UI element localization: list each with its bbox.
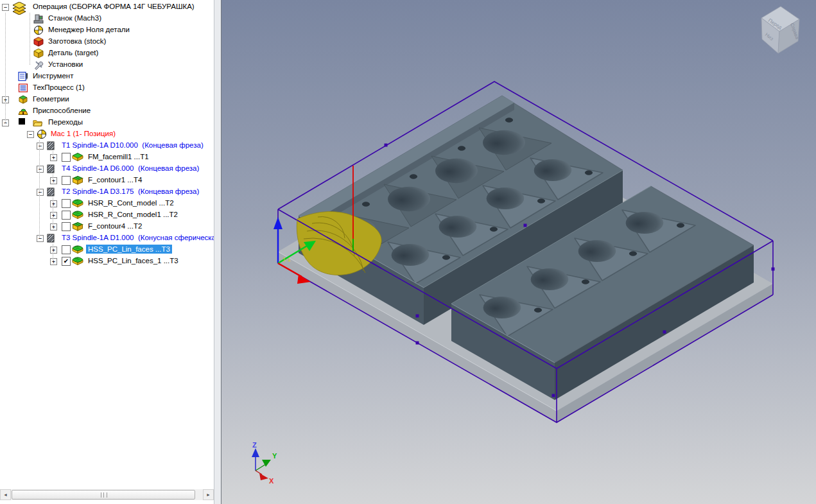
tree-item[interactable]: +HSR_R_Cont_model1 ...T2: [0, 209, 214, 221]
tree-connector: [30, 13, 31, 65]
tree-item[interactable]: +✔HSS_PC_Lin_faces_1 ...T3: [0, 256, 214, 267]
tree-item-label: Mac 1 (1- Позиция): [49, 129, 117, 138]
tree-item[interactable]: −T3 Spindle-1A D1.000 (Конусная сферичес…: [0, 232, 214, 244]
tool-hatch-icon: [46, 164, 55, 174]
folder-icon: [32, 118, 43, 128]
tree-item[interactable]: −Переходы: [0, 117, 214, 128]
tree-item[interactable]: −T1 Spindle-1A D10.000 (Концевая фреза): [0, 140, 214, 152]
cam-application-window: −Операция (СБОРКА ФОРМА 14Г ЧЕБУРАШКА)Ст…: [0, 0, 816, 504]
tree-connector: [53, 175, 54, 180]
checkbox[interactable]: ✔: [62, 257, 71, 266]
tree-item[interactable]: +HSS_PC_Lin_faces ...T3: [0, 244, 214, 256]
tree-item[interactable]: +FM_facemill1 ...T1: [0, 152, 214, 163]
tool-hatch-icon: [46, 141, 55, 151]
tree-item[interactable]: Установки: [0, 59, 214, 71]
checkbox[interactable]: [62, 245, 71, 254]
black-square-icon: [18, 117, 26, 125]
target-cube-icon: [33, 48, 44, 58]
tree-connector: [53, 198, 54, 227]
tree-item[interactable]: Деталь (target): [0, 48, 214, 59]
tree-item-label: T3 Spindle-1A D1.000 (Конусная сферическ…: [60, 233, 214, 242]
viewport-canvas[interactable]: 1-1 Z Y X Перед Низ Справа: [221, 0, 816, 504]
scrollbar-grip: [101, 492, 107, 498]
tree-item-label: ТехПроцесс (1): [31, 83, 87, 92]
tree-item[interactable]: ТехПроцесс (1): [0, 82, 214, 94]
tree-connector: [53, 244, 54, 261]
tree-item-label: Деталь (target): [46, 48, 100, 57]
machine-icon: [33, 13, 44, 24]
checkbox[interactable]: [62, 153, 71, 162]
checkbox[interactable]: [62, 199, 71, 208]
tree-item-label: HSS_PC_Lin_faces_1 ...T3: [86, 256, 180, 265]
tool-hatch-icon: [46, 233, 55, 243]
tree-item[interactable]: Приспособление: [0, 105, 214, 117]
operations-tree: −Операция (СБОРКА ФОРМА 14Г ЧЕБУРАШКА)Ст…: [0, 0, 214, 488]
slab-wave-icon: [72, 256, 83, 266]
checkbox[interactable]: [62, 211, 71, 220]
geometry-box-icon: [18, 94, 28, 105]
fixture-icon: [18, 106, 28, 116]
tree-item-label: HSS_PC_Lin_faces ...T3: [86, 245, 172, 254]
x-axis-label: X: [269, 477, 274, 485]
expand-toggle[interactable]: −: [2, 4, 9, 11]
tree-item[interactable]: −Операция (СБОРКА ФОРМА 14Г ЧЕБУРАШКА): [0, 1, 214, 13]
work-origin-label: 1-1: [282, 256, 291, 263]
tree-item[interactable]: Инструмент: [0, 71, 214, 82]
tree-connector: [53, 152, 54, 157]
tool-hatch-icon: [46, 187, 55, 197]
tree-item-label: F_contour4 ...T2: [86, 222, 144, 230]
tree-item-label: T1 Spindle-1A D10.000 (Концевая фреза): [60, 141, 205, 150]
slab-wave-icon: [72, 245, 83, 254]
tree-item[interactable]: −Mac 1 (1- Позиция): [0, 128, 214, 140]
zero-pie-icon: [33, 25, 44, 35]
tree-item[interactable]: +F_contour1 ...T4: [0, 175, 214, 186]
slab-wave-icon: [72, 210, 83, 220]
tree-item[interactable]: +HSR_R_Cont_model ...T2: [0, 198, 214, 209]
tree-item-label: Приспособление: [31, 106, 92, 115]
operations-tree-panel[interactable]: −Операция (СБОРКА ФОРМА 14Г ЧЕБУРАШКА)Ст…: [0, 0, 214, 504]
tree-item-label: Менеджер Ноля детали: [46, 25, 132, 34]
tree-horizontal-scrollbar[interactable]: ◄ ►: [0, 489, 214, 500]
tree-connector: [5, 13, 6, 123]
tree-item[interactable]: +F_contour4 ...T2: [0, 221, 214, 232]
wrench-icon: [33, 60, 44, 70]
tree-item[interactable]: Менеджер Ноля детали: [0, 24, 214, 36]
checkbox[interactable]: [62, 222, 71, 231]
tree-item-label: Установки: [46, 60, 85, 69]
scroll-right-button[interactable]: ►: [203, 489, 214, 500]
tree-item-label: FM_facemill1 ...T1: [86, 152, 151, 161]
slab-contour-icon: [72, 175, 83, 185]
tree-item-label: Станок (Mach3): [46, 13, 103, 22]
scroll-left-button[interactable]: ◄: [0, 489, 11, 500]
tool-card-icon: [18, 71, 28, 82]
z-axis-label: Z: [252, 441, 257, 449]
tree-item[interactable]: +Геометрии: [0, 94, 214, 105]
tree-item-label: Инструмент: [31, 71, 75, 80]
process-card-icon: [18, 83, 28, 93]
tree-item-label: Операция (СБОРКА ФОРМА 14Г ЧЕБУРАШКА): [31, 2, 196, 11]
tree-item-label: F_contour1 ...T4: [86, 175, 144, 184]
panel-splitter[interactable]: [214, 0, 221, 504]
tree-item-label: Заготовка (stock): [46, 37, 108, 46]
slab-contour-icon: [72, 222, 83, 231]
tree-item-label: HSR_R_Cont_model ...T2: [86, 198, 176, 207]
tree-item[interactable]: −T2 Spindle-1A D3.175 (Концевая фреза): [0, 186, 214, 198]
tree-item[interactable]: −T4 Spindle-1A D6.000 (Концевая фреза): [0, 163, 214, 175]
stock-cube-icon: [33, 37, 44, 47]
viewport-3d[interactable]: 1-1 Z Y X Перед Низ Справа: [221, 0, 816, 504]
tree-item-label: HSR_R_Cont_model1 ...T2: [86, 210, 180, 219]
slab-flat-icon: [72, 152, 83, 162]
tree-item-label: Переходы: [46, 117, 85, 126]
tree-item-label: T2 Spindle-1A D3.175 (Концевая фреза): [60, 187, 201, 196]
tree-item-label: Геометрии: [31, 94, 71, 103]
tree-connector: [39, 140, 40, 238]
y-axis-label: Y: [272, 452, 277, 460]
tree-item-label: T4 Spindle-1A D6.000 (Концевая фреза): [60, 164, 201, 173]
tree-item[interactable]: Заготовка (stock): [0, 36, 214, 48]
zero-pie-icon: [37, 129, 47, 139]
checkbox[interactable]: [62, 176, 71, 185]
expand-toggle[interactable]: −: [27, 131, 34, 138]
slab-wave-icon: [72, 198, 83, 208]
scrollbar-thumb[interactable]: [12, 490, 195, 500]
tree-item[interactable]: Станок (Mach3): [0, 13, 214, 24]
